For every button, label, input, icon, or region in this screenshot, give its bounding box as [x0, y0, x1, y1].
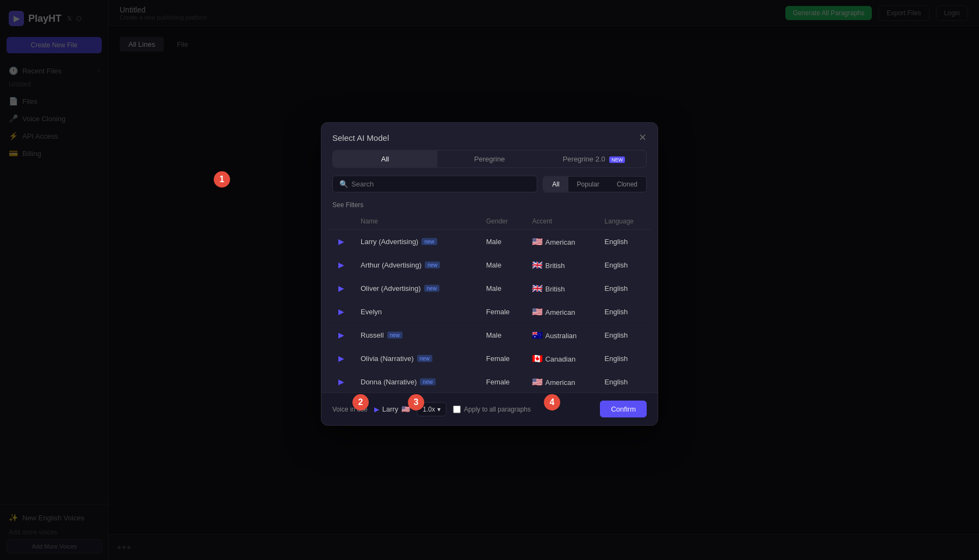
- name-cell: Larry (Advertising) new: [354, 229, 480, 253]
- play-voice-button[interactable]: ▶: [334, 375, 348, 388]
- model-tab-all[interactable]: All: [333, 151, 437, 167]
- voice-name: Oliver (Advertising) new: [361, 284, 473, 292]
- voice-name-text: Russell: [361, 331, 384, 339]
- language-cell: English: [598, 276, 651, 300]
- see-filters[interactable]: See Filters: [321, 199, 658, 213]
- speed-value: 1.0x: [423, 405, 435, 413]
- voice-name: Evelyn: [361, 307, 473, 315]
- name-cell: Russell new: [354, 323, 480, 346]
- play-cell: ▶: [328, 229, 354, 253]
- language-cell: English: [598, 253, 651, 276]
- language-cell: English: [598, 229, 651, 253]
- voice-name-text: Evelyn: [361, 307, 382, 315]
- play-cell: ▶: [328, 346, 354, 370]
- gender-cell: Female: [480, 370, 526, 393]
- gender-cell: Male: [480, 276, 526, 300]
- voice-name-text: Arthur (Advertising): [361, 260, 422, 269]
- voice-name-text: Olivia (Narrative): [361, 354, 414, 362]
- accent-cell: 🇨🇦Canadian: [525, 346, 598, 370]
- footer-voice-info: ▶ Larry 🇺🇸: [374, 405, 411, 413]
- voice-name: Olivia (Narrative) new: [361, 354, 473, 362]
- play-voice-button[interactable]: ▶: [334, 235, 348, 248]
- play-voice-button[interactable]: ▶: [334, 328, 348, 341]
- chevron-down-icon: ▾: [437, 405, 441, 413]
- new-badge: new: [387, 331, 402, 338]
- play-cell: ▶: [328, 370, 354, 393]
- modal-close-button[interactable]: ✕: [639, 133, 647, 142]
- flag-icon: 🇺🇸: [532, 237, 543, 246]
- play-cell: ▶: [328, 253, 354, 276]
- filter-group: All Popular Cloned: [543, 176, 647, 192]
- gender-cell: Male: [480, 229, 526, 253]
- voice-name-text: Larry (Advertising): [361, 237, 418, 245]
- footer-play-icon[interactable]: ▶: [374, 405, 379, 413]
- search-filter-row: 🔍 All Popular Cloned: [332, 176, 647, 192]
- table-row[interactable]: ▶ Evelyn Female 🇺🇸American English: [328, 300, 651, 323]
- voice-name: Larry (Advertising) new: [361, 237, 473, 245]
- gender-cell: Female: [480, 300, 526, 323]
- search-box[interactable]: 🔍: [332, 176, 537, 192]
- flag-icon: 🇨🇦: [532, 353, 543, 363]
- gender-cell: Male: [480, 253, 526, 276]
- flag-icon: 🇬🇧: [532, 260, 543, 269]
- accent-cell: 🇺🇸American: [525, 229, 598, 253]
- model-tab-peregrine[interactable]: Peregrine: [437, 151, 542, 167]
- new-badge: new: [420, 378, 435, 385]
- voice-name: Arthur (Advertising) new: [361, 260, 473, 269]
- table-row[interactable]: ▶ Larry (Advertising) new Male 🇺🇸America…: [328, 229, 651, 253]
- voice-name-text: Oliver (Advertising): [361, 284, 421, 292]
- apply-all-checkbox[interactable]: [453, 405, 461, 413]
- table-header-row: Name Gender Accent Language: [328, 213, 651, 230]
- filter-btn-cloned[interactable]: Cloned: [608, 176, 646, 191]
- voice-table: Name Gender Accent Language ▶ Larry (Adv…: [328, 213, 651, 393]
- annotation-badge-3: 3: [408, 394, 424, 410]
- footer-voice-name: Larry: [382, 405, 399, 413]
- table-row[interactable]: ▶ Donna (Narrative) new Female 🇺🇸America…: [328, 370, 651, 393]
- accent-cell: 🇬🇧British: [525, 253, 598, 276]
- modal-footer: Voice in use ▶ Larry 🇺🇸 1.0x ▾ Apply to …: [321, 393, 658, 425]
- voice-table-wrapper[interactable]: Name Gender Accent Language ▶ Larry (Adv…: [321, 213, 658, 393]
- model-type-tabs: All Peregrine Peregrine 2.0 NEW: [332, 150, 647, 168]
- voice-name: Russell new: [361, 331, 473, 339]
- model-tab-peregrine2[interactable]: Peregrine 2.0 NEW: [542, 151, 646, 167]
- new-badge: new: [425, 261, 440, 268]
- play-voice-button[interactable]: ▶: [334, 282, 348, 295]
- play-voice-button[interactable]: ▶: [334, 352, 348, 365]
- th-accent: Accent: [525, 213, 598, 230]
- accent-cell: 🇺🇸American: [525, 370, 598, 393]
- accent-cell: 🇬🇧British: [525, 276, 598, 300]
- flag-icon: 🇺🇸: [532, 377, 543, 386]
- name-cell: Evelyn: [354, 300, 480, 323]
- play-cell: ▶: [328, 276, 354, 300]
- language-cell: English: [598, 370, 651, 393]
- voice-name-text: Donna (Narrative): [361, 377, 417, 385]
- accent-cell: 🇺🇸American: [525, 300, 598, 323]
- new-badge: new: [422, 238, 437, 245]
- select-ai-model-modal: Select AI Model ✕ All Peregrine Peregrin…: [321, 122, 658, 426]
- filter-btn-popular[interactable]: Popular: [568, 176, 608, 191]
- table-row[interactable]: ▶ Olivia (Narrative) new Female 🇨🇦Canadi…: [328, 346, 651, 370]
- filter-btn-all[interactable]: All: [543, 176, 568, 191]
- flag-icon: 🇺🇸: [532, 307, 543, 316]
- language-cell: English: [598, 300, 651, 323]
- search-input[interactable]: [351, 180, 530, 188]
- play-cell: ▶: [328, 323, 354, 346]
- name-cell: Oliver (Advertising) new: [354, 276, 480, 300]
- table-row[interactable]: ▶ Russell new Male 🇦🇺Australian English: [328, 323, 651, 346]
- name-cell: Olivia (Narrative) new: [354, 346, 480, 370]
- th-gender: Gender: [480, 213, 526, 230]
- flag-icon: 🇬🇧: [532, 283, 543, 293]
- play-voice-button[interactable]: ▶: [334, 305, 348, 318]
- annotation-badge-1: 1: [214, 171, 230, 188]
- modal-title: Select AI Model: [332, 133, 389, 142]
- language-cell: English: [598, 323, 651, 346]
- search-icon: 🔍: [339, 180, 348, 188]
- apply-all-row: Apply to all paragraphs: [453, 405, 531, 413]
- confirm-button[interactable]: Confirm: [600, 401, 647, 418]
- new-badge: NEW: [609, 156, 625, 163]
- th-language: Language: [598, 213, 651, 230]
- play-voice-button[interactable]: ▶: [334, 258, 348, 271]
- table-row[interactable]: ▶ Arthur (Advertising) new Male 🇬🇧Britis…: [328, 253, 651, 276]
- play-cell: ▶: [328, 300, 354, 323]
- table-row[interactable]: ▶ Oliver (Advertising) new Male 🇬🇧Britis…: [328, 276, 651, 300]
